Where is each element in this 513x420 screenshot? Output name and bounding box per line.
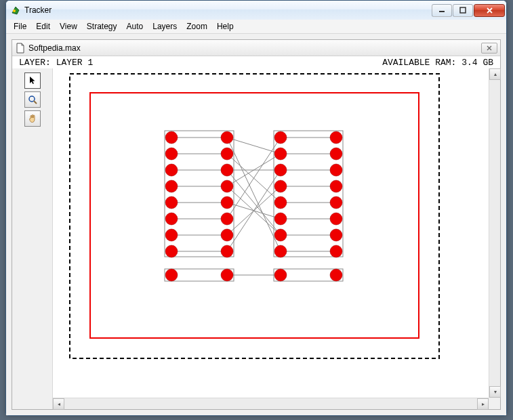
menu-edit[interactable]: Edit	[31, 20, 55, 33]
svg-point-53	[274, 180, 287, 192]
svg-rect-1	[439, 11, 445, 12]
svg-point-45	[274, 148, 287, 160]
svg-line-21	[227, 170, 281, 235]
svg-point-73	[274, 269, 287, 281]
svg-point-74	[330, 269, 342, 281]
pan-tool[interactable]	[24, 110, 41, 127]
svg-point-0	[13, 9, 16, 12]
svg-point-58	[330, 196, 342, 209]
canvas[interactable]	[53, 68, 489, 398]
svg-point-39	[165, 131, 178, 144]
svg-line-20	[227, 138, 281, 154]
document-body: ▴ ▾ ◂ ▸	[12, 68, 500, 409]
svg-line-17	[227, 138, 281, 219]
svg-rect-2	[460, 7, 466, 13]
layer-status: LAYER: LAYER 1	[19, 58, 382, 68]
svg-line-19	[227, 170, 281, 251]
svg-point-72	[221, 269, 233, 281]
app-window: Tracker File Edit View Strategy Auto Lay…	[5, 0, 507, 416]
menu-strategy[interactable]: Strategy	[82, 20, 122, 33]
svg-point-47	[165, 164, 178, 176]
status-bar: LAYER: LAYER 1 AVAILABLE RAM: 3.4 GB	[12, 56, 500, 68]
document-close-button[interactable]	[481, 43, 497, 54]
window-controls	[432, 4, 505, 17]
zoom-tool[interactable]	[24, 91, 41, 108]
menu-view[interactable]: View	[55, 20, 82, 33]
magnifier-icon	[28, 95, 37, 104]
svg-rect-6	[90, 93, 419, 338]
svg-point-59	[165, 213, 178, 225]
scroll-corner	[489, 398, 500, 409]
horizontal-scrollbar[interactable]: ◂ ▸	[53, 398, 489, 409]
svg-line-4	[34, 101, 37, 104]
pointer-icon	[28, 76, 37, 85]
svg-point-43	[165, 148, 178, 160]
svg-point-70	[330, 245, 342, 257]
svg-point-48	[221, 164, 233, 176]
svg-point-60	[221, 213, 233, 225]
maximize-button[interactable]	[453, 4, 473, 17]
close-button[interactable]	[474, 4, 505, 17]
menu-layers[interactable]: Layers	[148, 20, 182, 33]
svg-point-41	[274, 131, 287, 144]
svg-point-57	[274, 196, 287, 209]
client-area: Softpedia.max LAYER: LAYER 1 AVAILABLE R…	[6, 34, 506, 415]
svg-point-61	[274, 213, 287, 225]
menu-zoom[interactable]: Zoom	[182, 20, 212, 33]
canvas-wrap: ▴ ▾ ◂ ▸	[53, 68, 500, 409]
svg-line-11	[227, 138, 281, 251]
titlebar[interactable]: Tracker	[6, 1, 506, 20]
svg-point-55	[165, 196, 178, 209]
svg-point-44	[221, 148, 233, 160]
svg-point-40	[221, 131, 233, 144]
svg-point-56	[221, 196, 233, 209]
minimize-button[interactable]	[432, 4, 452, 17]
svg-point-63	[165, 229, 178, 241]
svg-point-62	[330, 213, 342, 225]
svg-point-52	[221, 180, 233, 192]
vertical-scrollbar[interactable]: ▴ ▾	[489, 68, 500, 398]
document-icon	[15, 43, 26, 54]
svg-point-69	[274, 245, 287, 257]
menu-file[interactable]: File	[9, 20, 31, 33]
svg-point-3	[29, 96, 35, 102]
svg-point-71	[165, 269, 178, 281]
scroll-left-button[interactable]: ◂	[53, 398, 64, 410]
menu-auto[interactable]: Auto	[122, 20, 148, 33]
pointer-tool[interactable]	[24, 72, 41, 89]
ram-status: AVAILABLE RAM: 3.4 GB	[382, 58, 493, 68]
svg-point-54	[330, 180, 342, 192]
svg-rect-5	[70, 74, 439, 358]
svg-point-50	[330, 164, 342, 176]
menu-help[interactable]: Help	[212, 20, 239, 33]
vscroll-track[interactable]	[489, 80, 500, 386]
svg-point-42	[330, 131, 342, 144]
svg-point-49	[274, 164, 287, 176]
svg-point-68	[221, 245, 233, 257]
scroll-down-button[interactable]: ▾	[489, 386, 501, 398]
hscroll-track[interactable]	[64, 398, 477, 409]
window-title: Tracker	[24, 5, 432, 15]
hand-icon	[28, 114, 37, 123]
menubar: File Edit View Strategy Auto Layers Zoom…	[6, 20, 506, 34]
document-titlebar[interactable]: Softpedia.max	[12, 40, 500, 56]
svg-point-46	[330, 148, 342, 160]
scroll-right-button[interactable]: ▸	[477, 398, 489, 410]
app-icon	[10, 5, 21, 16]
svg-point-67	[165, 245, 178, 257]
scroll-up-button[interactable]: ▴	[489, 68, 501, 80]
svg-point-65	[274, 229, 287, 241]
svg-point-51	[165, 180, 178, 192]
pcb-diagram	[53, 68, 487, 387]
tool-palette	[12, 68, 53, 409]
svg-point-66	[330, 229, 342, 241]
svg-point-64	[221, 229, 233, 241]
document-title: Softpedia.max	[28, 43, 481, 53]
document-window: Softpedia.max LAYER: LAYER 1 AVAILABLE R…	[12, 39, 501, 410]
